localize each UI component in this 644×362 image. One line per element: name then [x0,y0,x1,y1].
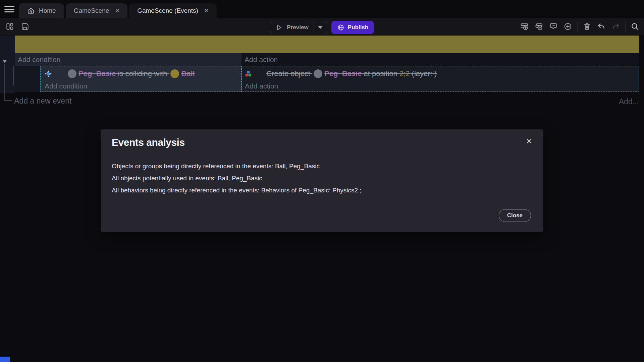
event-indent [15,66,40,92]
save-icon[interactable] [20,21,30,32]
preview-label: Preview [287,24,308,31]
close-icon[interactable]: × [526,136,532,146]
events-sheet: Add condition Add action Peg_Basic is co… [0,35,644,112]
preview-main[interactable]: Preview [270,21,314,34]
toolbar-right [520,18,640,35]
delete-icon[interactable] [582,21,592,32]
close-tab-icon[interactable]: × [204,7,209,14]
action-text3: (layer: ) [410,69,437,78]
tab-gamescene-events[interactable]: GameScene (Events) × [129,3,217,18]
tab-gamescene[interactable]: GameScene × [66,3,127,18]
analysis-line: Objects or groups being directly referen… [112,163,320,170]
close-button[interactable]: Close [499,209,531,222]
condition-row[interactable]: Peg_Basic is colliding with Ball [41,66,241,81]
action-position: 2;2 [399,69,410,78]
events-analysis-dialog: Events analysis × Objects or groups bein… [101,129,543,232]
close-tab-icon[interactable]: × [115,7,119,14]
preview-button[interactable]: Preview [270,21,327,34]
add-event-icon[interactable] [520,21,530,32]
choose-and-add-event-icon[interactable] [563,21,573,32]
dialog-title: Events analysis [112,137,185,148]
analysis-line: All behaviors being directly referenced … [112,187,362,194]
redo-icon[interactable] [611,21,621,32]
globe-icon [337,24,344,31]
peg-basic-object-icon [68,69,76,78]
bottom-left-badge [0,357,10,362]
add-action-link[interactable]: Add action [242,81,639,91]
action-object: Peg_Basic [324,69,362,78]
add-comment-icon[interactable] [548,21,558,32]
conditions-cell[interactable]: Peg_Basic is colliding with Ball Add con… [40,66,241,92]
toolbar-separator [625,21,626,32]
toolbar-left [5,18,30,35]
toggle-panels-icon[interactable] [5,21,15,32]
condition-object1: Peg_Basic [78,69,116,78]
chevron-down-icon [318,26,323,29]
play-icon [275,24,283,31]
add-new-event-link[interactable]: Add a new event [14,97,71,106]
publish-label: Publish [348,24,368,31]
event-header-row: Add condition Add action [15,53,639,66]
add-subevent-icon[interactable] [534,21,544,32]
home-icon [27,7,35,15]
action-row[interactable]: Create object Peg_Basic at position 2;2 … [242,66,639,81]
add-more-link[interactable]: Add... [619,97,639,106]
tab-strip: Home GameScene × GameScene (Events) × [19,3,217,18]
undo-icon[interactable] [596,21,606,32]
condition-object2: Ball [181,69,195,78]
main-menu-icon[interactable] [4,4,14,14]
publish-button[interactable]: Publish [331,21,374,34]
highlighted-event-row[interactable] [15,36,639,53]
selected-event-row: Peg_Basic is colliding with Ball Add con… [15,66,639,92]
tab-label: GameScene (Events) [137,7,198,14]
condition-text: is colliding with [116,69,169,78]
preview-dropdown-button[interactable] [314,21,327,34]
ball-object-icon [170,69,179,78]
action-text2: at position [362,69,399,78]
add-condition-link[interactable]: Add condition [41,81,241,91]
peg-basic-object-icon [314,69,322,78]
search-icon[interactable] [630,21,640,32]
action-text1: Create object [266,69,312,78]
add-action-header[interactable]: Add action [241,53,639,66]
analysis-line: All objects potentially used in events: … [112,175,262,182]
tab-bar: Home GameScene × GameScene (Events) × [0,0,644,18]
events-toolbar: Preview Publish [0,18,644,35]
tab-label: Home [39,7,56,14]
tab-home[interactable]: Home [19,3,64,18]
collapse-arrow-icon [2,60,7,63]
toolbar-separator [577,21,578,32]
tab-label: GameScene [74,7,109,14]
actions-cell[interactable]: Create object Peg_Basic at position 2;2 … [241,66,639,92]
